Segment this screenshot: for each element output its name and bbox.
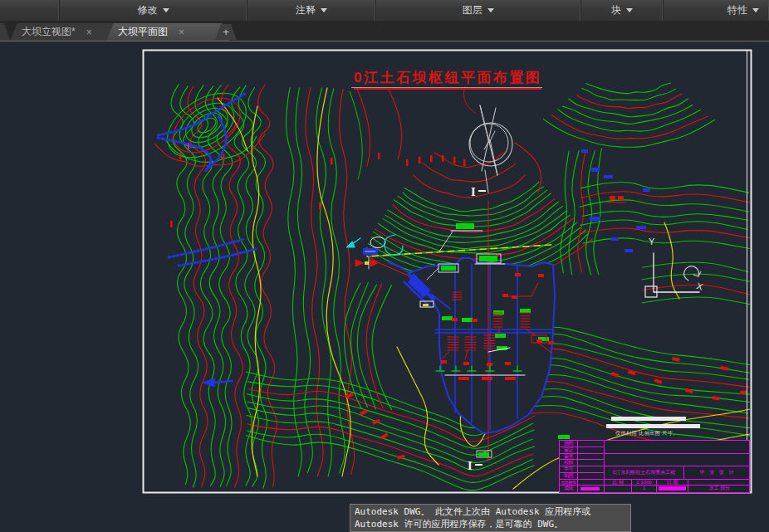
- plus-icon: +: [223, 26, 229, 38]
- tooltip-line2: Autodesk 许可的应用程序保存，是可靠的 DWG。: [355, 518, 626, 530]
- project-type: 毕 业 设 计: [684, 466, 751, 479]
- chevron-down-icon: [487, 8, 494, 12]
- scale-bar-bottom: [606, 424, 700, 428]
- title-block-row: 审定: [560, 447, 605, 454]
- scale-note: 仅供利用 比例出图 尺寸。: [615, 430, 678, 437]
- project-name: 0江水利枢纽土石坝重点工程: [605, 466, 684, 479]
- title-block-row: 审查: [560, 454, 605, 461]
- ucs-y-label: Y: [649, 237, 654, 246]
- title-block-row: 描图: [560, 441, 605, 447]
- panel-label-layers: 图层: [463, 3, 482, 17]
- misc-value: 1: [632, 486, 657, 492]
- ribbon-panel-blank: [0, 0, 60, 21]
- title-block-cell-empty: [605, 454, 751, 467]
- panel-label-modify: 修改: [138, 3, 158, 17]
- title-block-row: 校核: [560, 460, 605, 466]
- scale-value: 1:1000: [632, 480, 657, 486]
- dept-name: 水工 部分: [688, 486, 751, 492]
- title-block-row: 制图: [560, 473, 605, 480]
- section-dash: [478, 190, 486, 192]
- title-underline: [351, 87, 542, 88]
- chevron-down-icon: [321, 8, 327, 12]
- file-tab-label: 大坝平面图: [118, 25, 168, 39]
- file-tab-partial[interactable]: [0, 23, 10, 41]
- section-marker-top: I: [471, 187, 486, 198]
- title-block-cell-empty: [605, 441, 751, 454]
- title-block-bottom-row: 1 水工 部分: [605, 486, 751, 492]
- close-icon[interactable]: ×: [86, 27, 92, 37]
- file-tab-elevation[interactable]: 大坝立视图* ×: [10, 23, 121, 41]
- title-block: 描图 审定 审查 校核 学号 制图 指导教师 成绩 0江水利枢纽土石坝重点工程 …: [559, 440, 750, 493]
- section-marker-bottom: I: [468, 461, 482, 472]
- section-dash: [475, 464, 482, 466]
- panel-label-properties: 特性: [727, 3, 747, 17]
- panel-label-annotate: 注释: [296, 3, 316, 17]
- scale-label: 比 例: [605, 480, 632, 486]
- dwg-trust-tooltip: Autodesk DWG。 此文件上次由 Autodesk 应用程序或 Auto…: [350, 504, 631, 532]
- close-icon[interactable]: ×: [179, 27, 184, 37]
- title-block-fill: [580, 487, 600, 491]
- ribbon-panel-modify[interactable]: 修改: [60, 0, 248, 21]
- panel-label-block: 块: [611, 3, 621, 17]
- title-block-row: 学号: [560, 466, 605, 473]
- chevron-down-icon: [626, 8, 633, 12]
- ribbon-bar: 修改 注释 图层 块 特性: [0, 0, 769, 21]
- file-tab-bar: 大坝立视图* × 大坝平面图 × +: [0, 21, 769, 41]
- title-block-project-row: 0江水利枢纽土石坝重点工程 毕 业 设 计: [605, 466, 751, 480]
- file-tab-plan[interactable]: 大坝平面图 ×: [106, 23, 229, 41]
- ribbon-panel-block[interactable]: 块: [581, 0, 664, 21]
- ribbon-panel-layers[interactable]: 图层: [376, 0, 581, 21]
- ribbon-panel-annotate[interactable]: 注释: [247, 0, 375, 21]
- ribbon-panel-properties[interactable]: 特性: [664, 0, 769, 21]
- file-tab-label: 大坝立视图*: [22, 25, 76, 39]
- chevron-down-icon: [752, 8, 759, 12]
- title-block-row: 成绩: [560, 486, 605, 492]
- title-block-row: 指导教师: [560, 480, 605, 486]
- date-label: 日 期: [657, 480, 688, 486]
- tooltip-line1: Autodesk DWG。 此文件上次由 Autodesk 应用程序或: [355, 505, 626, 518]
- chevron-down-icon: [163, 8, 169, 12]
- scale-bar-top: [611, 417, 686, 421]
- title-block-fill: [659, 486, 686, 491]
